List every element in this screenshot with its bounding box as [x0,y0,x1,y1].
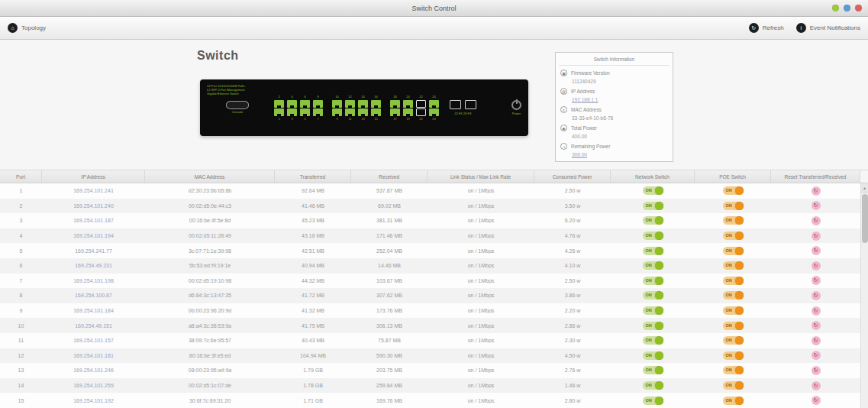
poe-switch-toggle[interactable]: ON [723,381,744,390]
column-header[interactable]: Received [351,170,428,183]
poe-switch-toggle[interactable]: ON [723,202,744,210]
network-switch-toggle[interactable]: ON [643,261,663,270]
ip-link[interactable]: 169.254.49.151 [75,323,112,329]
ip-link[interactable]: 169.254.49.231 [75,263,112,268]
rj45-port-icon [313,108,323,116]
network-switch-toggle[interactable]: ON [643,277,663,285]
reset-button[interactable]: ↻ [812,306,821,316]
column-header[interactable]: Network Switch [611,170,695,183]
maximize-button[interactable] [844,5,850,11]
network-switch-toggle[interactable]: ON [643,366,663,374]
poe-switch-toggle[interactable]: ON [723,397,744,405]
mac-cell: 00:16:be:4f:5e:8d [145,218,275,223]
ip-link[interactable]: 169.254.101.181 [73,353,114,358]
ip-link[interactable]: 169.254.101.157 [73,338,114,343]
toggle-knob [735,336,744,345]
network-switch-toggle[interactable]: ON [643,322,663,330]
column-header[interactable]: Consumed Power [534,170,611,183]
poe-switch-toggle[interactable]: ON [723,186,744,195]
network-switch-toggle[interactable]: ON [643,351,663,360]
scroll-up-arrow[interactable]: ▲ [861,183,868,193]
column-header[interactable]: Transferred [275,170,351,183]
ip-link[interactable]: 169.254.241.77 [75,248,112,254]
ip-link[interactable]: 169.254.101.241 [73,188,114,193]
reset-button[interactable]: ↻ [812,186,821,196]
reset-button[interactable]: ↻ [812,366,821,375]
toggle-knob [735,306,744,315]
received-cell: 173.76 MB [351,308,428,313]
network-switch-toggle[interactable]: ON [643,202,663,210]
close-button[interactable] [855,5,862,11]
link-status-cell: on / 1Mbps [428,233,534,238]
network-switch-toggle[interactable]: ON [643,186,663,195]
ip-link[interactable]: 169.254.101.194 [73,233,114,238]
consumed-power-cell: 4.50 w [534,353,611,358]
column-header[interactable]: Link Status / Max Link Rate [428,170,534,183]
column-header[interactable]: MAC Address [145,170,275,183]
network-switch-cell: ON [611,291,695,300]
poe-switch-toggle[interactable]: ON [723,247,744,255]
mac-cell: 30:6f:7c:69:31:20 [145,398,275,403]
reset-button[interactable]: ↻ [812,351,821,360]
toolbar-left: ⌂ Topology [8,23,46,33]
poe-switch-toggle[interactable]: ON [723,261,744,270]
network-switch-toggle[interactable]: ON [643,306,663,315]
event-notifications-button[interactable]: i Event Notifications [796,23,860,33]
toggle-knob [655,397,663,405]
reset-button[interactable]: ↻ [812,321,821,330]
poe-switch-cell: ON [695,202,771,210]
info-value[interactable]: 306.00 [572,152,668,157]
poe-switch-toggle[interactable]: ON [723,232,744,240]
poe-switch-toggle[interactable]: ON [723,336,744,345]
poe-switch-toggle[interactable]: ON [723,306,744,315]
poe-switch-toggle[interactable]: ON [723,291,744,300]
ip-link[interactable]: 169.254.101.255 [73,383,114,388]
scrollbar-thumb[interactable] [862,194,868,243]
reset-button[interactable]: ↻ [812,276,821,285]
reset-button[interactable]: ↻ [812,216,821,225]
ip-link[interactable]: 169.254.101.192 [73,398,114,403]
reset-button[interactable]: ↻ [812,246,821,255]
ip-link[interactable]: 169.254.101.184 [73,308,114,313]
topology-button[interactable]: ⌂ Topology [8,23,46,33]
poe-switch-toggle[interactable]: ON [723,366,744,374]
refresh-button[interactable]: ↻ Refresh [749,23,784,33]
network-switch-toggle[interactable]: ON [643,216,663,225]
page-title: Switch [197,49,239,63]
reset-button[interactable]: ↻ [812,232,821,241]
ip-link[interactable]: 169.254.101.240 [73,203,114,209]
network-switch-toggle[interactable]: ON [643,381,663,390]
poe-switch-toggle[interactable]: ON [723,351,744,360]
minimize-button[interactable] [832,5,839,11]
uplink-label: 25 FX 26 FX [454,112,471,115]
ip-link[interactable]: 169.254.101.198 [73,278,114,283]
ip-link[interactable]: 169.254.101.187 [73,218,114,223]
network-switch-toggle[interactable]: ON [643,232,663,240]
ip-link[interactable]: 169.254.100.87 [75,293,112,298]
vertical-scrollbar[interactable]: ▲ [860,183,868,408]
network-switch-toggle[interactable]: ON [643,247,663,255]
ip-cell: 169.254.101.255 [42,383,145,388]
column-header[interactable]: Reset Transferred/Received [771,170,860,183]
column-header[interactable]: Port [0,170,42,183]
network-switch-toggle[interactable]: ON [643,336,663,345]
reset-button[interactable]: ↻ [812,261,821,270]
poe-switch-toggle[interactable]: ON [723,216,744,225]
column-header[interactable]: POE Switch [695,170,771,183]
poe-switch-toggle[interactable]: ON [723,277,744,285]
total-power-icon: ◉ [560,125,567,131]
table-row: 12 169.254.101.181 80:16:be:3f:e5:ed 104… [0,348,868,364]
network-switch-toggle[interactable]: ON [643,291,663,300]
ip-link[interactable]: 169.254.101.246 [73,368,114,373]
reset-button[interactable]: ↻ [812,396,821,405]
poe-switch-toggle[interactable]: ON [723,322,744,330]
info-value[interactable]: 192.168.1.1 [572,97,668,102]
ip-cell: 169.254.101.194 [42,233,145,238]
reset-button[interactable]: ↻ [812,291,821,300]
network-switch-cell: ON [611,202,695,210]
reset-button[interactable]: ↻ [812,336,821,345]
network-switch-toggle[interactable]: ON [643,397,663,405]
reset-button[interactable]: ↻ [812,381,821,390]
reset-button[interactable]: ↻ [812,201,821,210]
column-header[interactable]: IP Address [42,170,145,183]
